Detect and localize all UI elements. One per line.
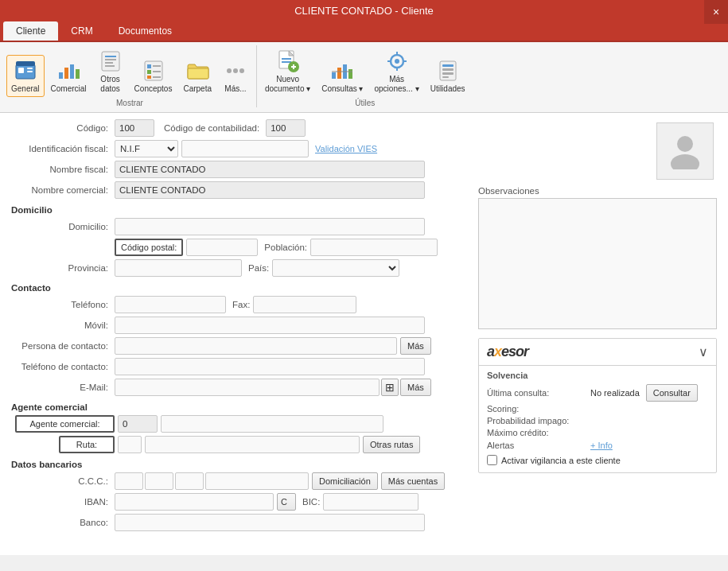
poblacion-input[interactable] [310, 239, 438, 256]
otras-rutas-button[interactable]: Otras rutas [363, 436, 420, 453]
mas-opciones-label: Másopciones... ▾ [375, 75, 419, 94]
tab-documentos[interactable]: Documentos [106, 21, 185, 41]
general-icon [13, 58, 38, 84]
ccc-input-4[interactable] [205, 472, 309, 490]
movil-input[interactable] [115, 317, 425, 334]
telefono-contacto-label: Teléfono de contacto: [11, 362, 115, 371]
ultima-consulta-label: Última consulta: [487, 388, 590, 398]
consultar-button[interactable]: Consultar [646, 384, 698, 402]
svg-rect-4 [27, 71, 33, 72]
nombre-comercial-row: Nombre comercial: [11, 181, 469, 199]
banco-input[interactable] [115, 514, 425, 531]
person-icon [669, 134, 701, 169]
ribbon: General Comercial Otros datos Conceptos [0, 42, 728, 113]
mas-cuentas-button[interactable]: Más cuentas [381, 472, 445, 490]
ribbon-btn-mas-opciones[interactable]: Másopciones... ▾ [370, 45, 424, 97]
email-row: E-Mail: ⊞ Más [11, 379, 469, 396]
agente-comercial-input[interactable] [118, 415, 158, 433]
ribbon-btn-utilidades[interactable]: Utilidades [426, 55, 470, 97]
agente-comercial-button[interactable]: Agente comercial: [15, 415, 115, 433]
activar-vigilancia-checkbox[interactable] [487, 455, 497, 465]
telefono-contacto-input[interactable] [115, 358, 425, 375]
carpeta-label: Carpeta [183, 84, 212, 94]
qr-button[interactable]: ⊞ [381, 379, 399, 396]
svg-point-23 [233, 68, 238, 73]
email-input[interactable] [115, 379, 380, 396]
mas-mostrar-label: Más... [224, 84, 246, 94]
ccc-input-2[interactable] [145, 472, 173, 490]
nombre-comercial-input[interactable] [115, 181, 425, 199]
nombre-fiscal-input[interactable] [115, 161, 425, 178]
svg-rect-11 [105, 59, 116, 60]
mas-button-2[interactable]: Más [400, 379, 431, 396]
svg-rect-1 [16, 61, 35, 66]
ribbon-btn-otros-datos[interactable]: Otros datos [93, 45, 128, 97]
email-label: E-Mail: [11, 383, 115, 392]
info-link[interactable]: + Info [590, 441, 613, 450]
alertas-label: Alertas [487, 441, 590, 450]
c-button[interactable]: C [277, 493, 296, 511]
fax-input[interactable] [253, 296, 356, 313]
pais-select[interactable] [272, 259, 399, 277]
ccc-row: C.C.C.: Domiciliación Más cuentas [11, 472, 469, 490]
ribbon-btn-consultas[interactable]: Consultas ▾ [317, 55, 368, 97]
observaciones-label: Observaciones [478, 186, 717, 196]
svg-rect-32 [332, 72, 336, 79]
domicilio-input[interactable] [115, 218, 425, 235]
mas-button-1[interactable]: Más [400, 337, 431, 355]
codigo-postal-button[interactable]: Código postal: [115, 239, 183, 256]
main-content: Código: Código de contabilidad: Identifi… [0, 113, 728, 555]
svg-rect-8 [76, 69, 80, 79]
agente-comercial-name-input[interactable] [161, 415, 383, 433]
ribbon-btn-nuevo-documento[interactable]: Nuevodocumento ▾ [260, 45, 315, 97]
ruta-button[interactable]: Ruta: [59, 436, 115, 453]
iban-label: IBAN: [11, 497, 115, 507]
codigo-label: Código: [11, 123, 115, 133]
carpeta-icon [185, 58, 210, 84]
telefono-input[interactable] [115, 296, 226, 313]
maximo-credito-row: Máximo crédito: [487, 428, 708, 437]
axesor-logo: axesor [487, 344, 528, 360]
bic-input[interactable] [323, 493, 419, 511]
svg-rect-6 [64, 68, 68, 79]
tab-cliente[interactable]: Cliente [3, 21, 58, 41]
provincia-input[interactable] [115, 259, 242, 277]
identificacion-fiscal-select[interactable]: N.I.F C.I.F N.I.E [115, 140, 178, 157]
identificacion-fiscal-input[interactable] [181, 140, 309, 157]
activar-vigilancia-row: Activar vigilancia a este cliente [487, 455, 708, 465]
svg-rect-7 [70, 64, 74, 79]
ccc-inputs [115, 472, 309, 490]
svg-rect-21 [188, 68, 208, 79]
persona-contacto-row: Persona de contacto: Más [11, 337, 469, 355]
tab-crm[interactable]: CRM [58, 21, 105, 41]
observaciones-textarea[interactable] [478, 198, 717, 329]
axesor-expand-icon[interactable]: ∨ [699, 344, 708, 359]
comercial-label: Comercial [51, 84, 87, 94]
axesor-header: axesor ∨ [479, 339, 716, 366]
ribbon-btn-conceptos[interactable]: Conceptos [130, 55, 177, 97]
ribbon-btn-general[interactable]: General [6, 55, 45, 97]
utilidades-icon [435, 58, 461, 84]
svg-point-22 [227, 68, 232, 73]
domicilio-label: Domicilio: [11, 222, 115, 231]
axesor-body: Solvencia Última consulta: No realizada … [479, 366, 716, 472]
codigo-contabilidad-input[interactable] [266, 119, 306, 137]
svg-rect-3 [27, 68, 33, 69]
ruta-input[interactable] [118, 436, 142, 453]
scoring-label: Scoring: [487, 404, 590, 414]
codigo-input[interactable] [115, 119, 154, 137]
iban-input[interactable] [115, 493, 274, 511]
persona-contacto-input[interactable] [115, 337, 397, 355]
validacion-vies-link[interactable]: Validación VIES [315, 144, 377, 153]
domiciliacion-button[interactable]: Domiciliación [312, 472, 378, 490]
ccc-input-1[interactable] [115, 472, 143, 490]
nombre-fiscal-label: Nombre fiscal: [11, 165, 115, 174]
ribbon-btn-mas[interactable]: Más... [218, 55, 253, 97]
ribbon-btn-carpeta[interactable]: Carpeta [178, 55, 216, 97]
ribbon-btn-comercial[interactable]: Comercial [46, 55, 91, 97]
ruta-name-input[interactable] [145, 436, 360, 453]
close-button[interactable]: × [704, 0, 728, 24]
nuevo-documento-icon [275, 49, 301, 74]
codigo-postal-input[interactable] [186, 239, 258, 256]
ccc-input-3[interactable] [175, 472, 204, 490]
